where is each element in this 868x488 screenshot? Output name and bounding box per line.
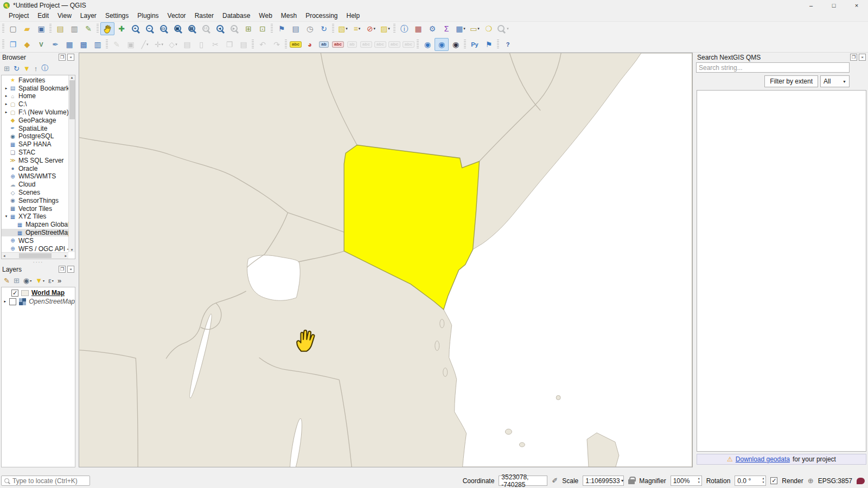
new-mesh-layer[interactable]: ▦ (62, 38, 76, 51)
more-tools[interactable]: » (58, 277, 61, 285)
menu-help[interactable]: Help (342, 11, 365, 20)
style-manager[interactable]: ✎ (81, 22, 95, 35)
minimize-button[interactable]: – (800, 0, 822, 11)
select-by-value-dropdown-icon[interactable]: ▾ (359, 27, 361, 31)
zoom-to-layer[interactable]: ▤ (185, 22, 199, 35)
browser-item-f-new-volume[interactable]: ▸▢F:\ (New Volume) (2, 108, 68, 117)
menu-edit[interactable]: Edit (33, 11, 53, 20)
save-project[interactable]: ▣ (34, 22, 48, 35)
refresh-browser[interactable]: ↻ (14, 65, 20, 73)
qms-close-button[interactable]: × (859, 54, 866, 61)
browser-item-sap-hana[interactable]: ▦SAP HANA (2, 140, 68, 149)
menu-raster[interactable]: Raster (190, 11, 218, 20)
spin-arrows-icon[interactable]: ▲▼ (698, 477, 700, 484)
new-spatialite-layer[interactable]: ✒ (48, 38, 62, 51)
select-features[interactable]: ▧▾ (336, 22, 350, 35)
qms-results-list[interactable] (697, 90, 866, 452)
layer-labeling[interactable]: abc (289, 38, 303, 51)
menu-plugins[interactable]: Plugins (133, 11, 163, 20)
browser-item-wms-wmts[interactable]: ⊕WMS/WMTS (2, 172, 68, 181)
browser-item-xyz-tiles[interactable]: ▾▦XYZ Tiles (2, 213, 68, 221)
open-data-source-manager[interactable]: ❐ (6, 38, 20, 51)
add-group[interactable]: ⊞ (14, 277, 20, 285)
filter-by-extent-button[interactable]: Filter by extent (764, 75, 818, 87)
qms-get-basemaps[interactable]: ◉ (449, 38, 463, 51)
locator-bar[interactable] (1, 476, 90, 486)
rotation-spinbox[interactable]: 0.0 ° ▲▼ (735, 476, 766, 486)
show-spatial-bookmarks[interactable]: ▤ (289, 22, 303, 35)
layers-float-button[interactable]: ❐ (59, 266, 66, 273)
new-print-layout[interactable]: ▤ (53, 22, 67, 35)
browser-item-cloud[interactable]: ☁Cloud (2, 181, 68, 189)
browser-vertical-scrollbar[interactable]: ▴▾ (68, 75, 75, 252)
move-feature-dropdown-icon[interactable]: ▾ (162, 42, 164, 47)
select-by-location-dropdown-icon[interactable]: ▾ (388, 27, 390, 31)
browser-item-wfs-ogc-api-feat[interactable]: ⊕WFS / OGC API - Feat (2, 245, 68, 252)
browser-item-openstreetmap[interactable]: ▦OpenStreetMap (2, 229, 68, 237)
options[interactable]: ⚙ (425, 22, 439, 35)
browser-item-home[interactable]: ▸⌂Home (2, 92, 68, 100)
open-layer-styling[interactable]: ✎ (4, 277, 10, 285)
layer-name[interactable]: OpenStreetMap (29, 298, 75, 305)
layer-diagram[interactable]: ◕ (303, 38, 317, 51)
extents-toggle-icon[interactable]: ✐ (552, 477, 558, 485)
measure-line[interactable]: ▭▾ (468, 22, 482, 35)
menu-project[interactable]: Project (4, 11, 33, 20)
expander-icon[interactable]: ▸ (3, 94, 9, 98)
map-canvas[interactable] (79, 53, 693, 467)
properties-widget[interactable]: ⓘ (41, 63, 48, 73)
python-console[interactable]: Py (468, 38, 482, 51)
zoom-in[interactable]: + (129, 22, 143, 35)
identify-features[interactable]: ⓘ (397, 22, 411, 35)
expander-icon[interactable]: ▸ (3, 110, 9, 114)
lock-scale-icon[interactable] (628, 479, 635, 484)
new-3d-map-view[interactable]: ⊡ (256, 22, 270, 35)
menu-mesh[interactable]: Mesh (277, 11, 301, 20)
new-map-view[interactable]: ⊞ (241, 22, 256, 35)
layer-checkbox[interactable] (9, 298, 16, 305)
filter-legend[interactable]: ▼▾ (35, 277, 44, 285)
filter-by-expression[interactable]: ε▾ (48, 277, 54, 285)
zoom-to-selection[interactable]: ▣ (171, 22, 185, 35)
qms-float-button[interactable]: ❐ (850, 54, 857, 61)
menu-layer[interactable]: Layer (76, 11, 101, 20)
browser-float-button[interactable]: ❐ (59, 54, 66, 61)
browser-item-oracle[interactable]: ●Oracle (2, 164, 68, 172)
magnifier-spinbox[interactable]: 100% ▲▼ (671, 476, 702, 486)
temporal-controller[interactable]: ◷ (303, 22, 317, 35)
pan-map[interactable] (100, 22, 114, 35)
browser-item-ms-sql-server[interactable]: ≫MS SQL Server (2, 156, 68, 164)
browser-horizontal-scrollbar[interactable]: ◂▸ (2, 252, 68, 259)
help-contents[interactable]: ? (501, 38, 515, 51)
new-shapefile-layer[interactable]: V (34, 38, 48, 51)
show-layout-manager[interactable]: ▥ (67, 22, 81, 35)
manage-map-themes[interactable]: ◉▾ (23, 277, 31, 285)
expander-icon[interactable]: ▸ (3, 102, 9, 106)
expander-icon[interactable]: ▾ (3, 214, 9, 219)
new-project[interactable]: ▢ (6, 22, 20, 35)
browser-item-mapzen-global-ter[interactable]: ▦Mapzen Global Ter (2, 221, 68, 229)
select-by-value[interactable]: ≡▾ (350, 22, 364, 35)
new-spatial-bookmark[interactable]: ⚑ (275, 22, 289, 35)
messages-icon[interactable] (857, 478, 865, 484)
qms-add-basemap[interactable]: ◉ (420, 38, 435, 51)
menu-processing[interactable]: Processing (301, 11, 342, 20)
search-qms[interactable]: ◉ (435, 38, 449, 51)
highlight-pinned-labels[interactable]: abc (331, 38, 345, 51)
filter-by-expression-dropdown-icon[interactable]: ▾ (52, 279, 54, 282)
statistical-summary[interactable]: Σ (439, 22, 454, 35)
open-project[interactable]: ▰ (20, 22, 34, 35)
browser-item-spatial-bookmarks[interactable]: ▸▤Spatial Bookmarks (2, 84, 68, 92)
browser-item-geopackage[interactable]: ◆GeoPackage (2, 116, 68, 124)
menu-view[interactable]: View (53, 11, 76, 20)
maximize-button[interactable]: □ (822, 0, 845, 11)
add-selected-layers[interactable]: ⊞ (4, 65, 10, 73)
map-tips[interactable]: ❍ (482, 22, 496, 35)
close-button[interactable]: × (845, 0, 868, 11)
layer-row-world-map[interactable]: ✓World Map (2, 288, 75, 297)
add-feature-dropdown-icon[interactable]: ▾ (146, 42, 149, 47)
panel-splitter[interactable]: ⋅⋅⋅⋅ (0, 260, 76, 265)
new-temporary-scratch-layer[interactable]: ▥ (91, 38, 105, 51)
menu-web[interactable]: Web (254, 11, 276, 20)
filter-legend-dropdown-icon[interactable]: ▾ (43, 279, 44, 282)
